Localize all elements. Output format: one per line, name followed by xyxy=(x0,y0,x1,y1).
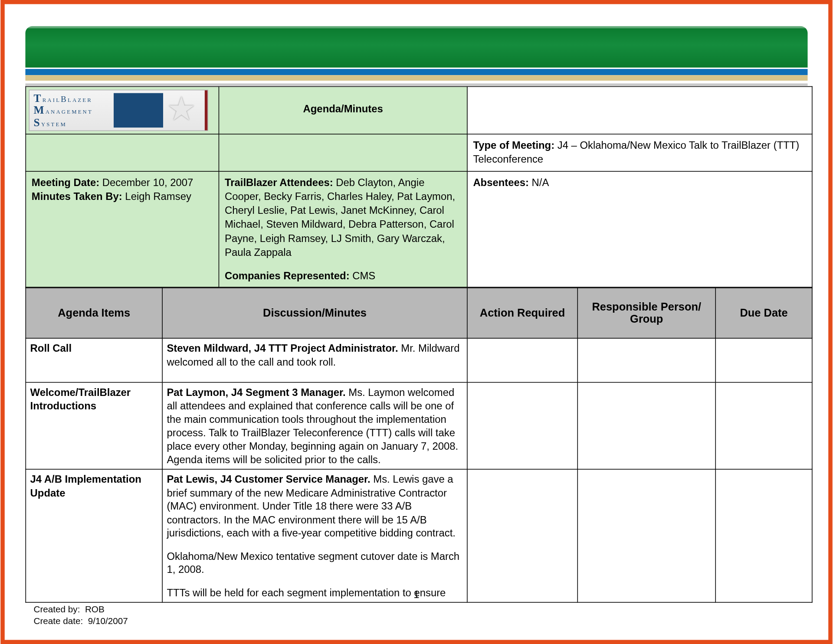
due-cell xyxy=(715,338,812,382)
star-icon xyxy=(114,93,203,127)
footer: 1 Created by: ROB Create date: 9/10/2007 xyxy=(34,588,800,628)
logo-line-2: Management xyxy=(34,104,93,116)
header-stripes xyxy=(25,69,807,86)
col-responsible: Responsible Person/ Group xyxy=(577,288,715,338)
document-title: Agenda/Minutes xyxy=(219,87,467,134)
discussion-cell: Steven Mildward, J4 TTT Project Administ… xyxy=(162,338,467,382)
table-row: J4 A/B Implementation Update Pat Lewis, … xyxy=(26,469,812,602)
responsible-cell xyxy=(577,469,715,602)
trailblazer-logo: TrailBlazer Management System xyxy=(29,90,208,131)
absentees-value: N/A xyxy=(532,176,549,188)
meeting-date-label: Meeting Date: xyxy=(32,176,99,188)
document-frame: TrailBlazer Management System Agenda/Min… xyxy=(0,0,833,644)
logo-line-3: System xyxy=(34,116,93,128)
discussion-lead: Steven Mildward, J4 TTT Project Administ… xyxy=(167,342,398,354)
agenda-item: Roll Call xyxy=(26,338,162,382)
col-due: Due Date xyxy=(715,288,812,338)
attendees-cell: TrailBlazer Attendees: Deb Clayton, Angi… xyxy=(219,171,467,287)
logo-line-1: TrailBlazer xyxy=(34,92,93,104)
discussion-cell: Pat Lewis, J4 Customer Service Manager. … xyxy=(162,469,467,602)
companies-value: CMS xyxy=(352,270,375,281)
column-header-row: Agenda Items Discussion/Minutes Action R… xyxy=(26,288,812,338)
attendees-label: TrailBlazer Attendees: xyxy=(225,176,333,188)
responsible-cell xyxy=(577,382,715,469)
meeting-meta-table: TrailBlazer Management System Agenda/Min… xyxy=(25,86,812,288)
col-discussion: Discussion/Minutes xyxy=(162,288,467,338)
minutes-taker-label: Minutes Taken By: xyxy=(32,190,122,202)
discussion-lead: Pat Lewis, J4 Customer Service Manager. xyxy=(167,473,370,485)
agenda-item: J4 A/B Implementation Update xyxy=(26,469,162,602)
meeting-type-label: Type of Meeting: xyxy=(473,139,554,151)
meeting-type-cell: Type of Meeting: J4 – Oklahoma/New Mexic… xyxy=(467,134,812,171)
col-agenda: Agenda Items xyxy=(26,288,162,338)
col-action: Action Required xyxy=(467,288,577,338)
header-banner xyxy=(25,26,807,67)
responsible-cell xyxy=(577,338,715,382)
page-number: 1 xyxy=(34,588,800,600)
action-cell xyxy=(467,469,577,602)
table-row: Welcome/TrailBlazer Introductions Pat La… xyxy=(26,382,812,469)
discussion-lead: Pat Laymon, J4 Segment 3 Manager. xyxy=(167,386,345,398)
created-by-label: Created by: xyxy=(34,604,80,615)
table-row: Roll Call Steven Mildward, J4 TTT Projec… xyxy=(26,338,812,382)
due-cell xyxy=(715,382,812,469)
due-cell xyxy=(715,469,812,602)
companies-label: Companies Represented: xyxy=(225,270,350,281)
create-date-label: Create date: xyxy=(34,616,83,626)
created-by-value: ROB xyxy=(85,604,105,615)
absentees-cell: Absentees: N/A xyxy=(467,171,812,287)
minutes-taker-value: Leigh Ramsey xyxy=(125,190,191,202)
meeting-date-value: December 10, 2007 xyxy=(102,176,193,188)
action-cell xyxy=(467,382,577,469)
action-cell xyxy=(467,338,577,382)
absentees-label: Absentees: xyxy=(473,176,529,188)
meeting-date-cell: Meeting Date: December 10, 2007 Minutes … xyxy=(26,171,219,287)
create-date-value: 9/10/2007 xyxy=(88,616,128,626)
agenda-items-table: Agenda Items Discussion/Minutes Action R… xyxy=(25,288,812,603)
agenda-item: Welcome/TrailBlazer Introductions xyxy=(26,382,162,469)
discussion-extra1: Oklahoma/New Mexico tentative segment cu… xyxy=(167,549,462,576)
discussion-cell: Pat Laymon, J4 Segment 3 Manager. Ms. La… xyxy=(162,382,467,469)
discussion-body: Ms. Laymon welcomed all attendees and ex… xyxy=(167,386,458,465)
attendees-value: Deb Clayton, Angie Cooper, Becky Farris,… xyxy=(225,176,455,258)
